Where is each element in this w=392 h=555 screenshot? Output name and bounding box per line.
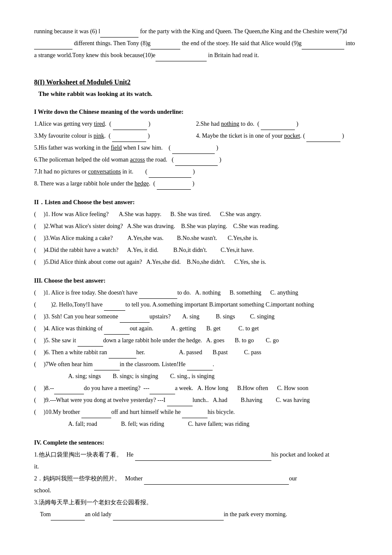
item-3-7-options: A. sing; sings B. sings; is singing C. s… <box>34 370 358 382</box>
item-4-3-english: Toman old lady in the park every morning… <box>34 509 358 520</box>
worksheet-title: 8(I) Worksheet of Module6 Unit2 <box>34 78 358 86</box>
section2-title: II．Listen and Choose the best answer: <box>34 197 358 208</box>
section-4: IV. Complete the sentences: 1.他从口袋里掏出一块表… <box>34 437 358 520</box>
worksheet-subtitle: The white rabbit was looking at its watc… <box>34 90 358 98</box>
underline-nothing: nothing <box>221 121 239 127</box>
item-4-1-cont: it. <box>34 461 358 473</box>
title-text: 8(I) Worksheet of Module6 Unit2 <box>34 79 130 86</box>
item-4-2: 2．妈妈叫我照一些学校的照片。 Mother our <box>34 473 358 485</box>
item-3-8: ( )8.--do you have a meeting? ---a week.… <box>34 382 358 394</box>
item-1-3: 3.My favourite colour is pink. ( ) <box>34 130 196 142</box>
item-2-3: ( )3.Was Alice making a cake? A.Yes,she … <box>34 232 358 244</box>
item-4-2-cont: school. <box>34 485 358 497</box>
item-1-7: 7.It had no pictures or conversations in… <box>34 166 358 178</box>
underline-tired: tired <box>94 121 105 127</box>
section-1: I Write down the Chinese meaning of the … <box>34 106 358 190</box>
section1-title: I Write down the Chinese meaning of the … <box>34 106 358 118</box>
section-2: II．Listen and Choose the best answer: ( … <box>34 197 358 268</box>
underline-hedge: hedge <box>135 180 149 187</box>
section4-title: IV. Complete the sentences: <box>34 437 358 449</box>
item-3-3: ( )3. Ssh! Can you hear someone upstairs… <box>34 311 358 323</box>
item-1-6: 6.The policeman helped the old woman acr… <box>34 154 358 166</box>
item-1-1: 1.Alice was getting very tired. ( ) <box>34 118 196 130</box>
item-2-2: ( )2.What was Alice's sister doing? A.Sh… <box>34 220 358 232</box>
subtitle-text: The white rabbit was looking at its watc… <box>38 90 153 97</box>
item-3-2: ( )2. Hello,Tony!I have to tell you. A.s… <box>34 299 358 311</box>
item-3-4: ( )4. Alice was thinking of out again. A… <box>34 323 358 335</box>
underline-conversations: conversations <box>88 168 121 175</box>
title-underline: 8(I) Worksheet of Module6 Unit2 <box>34 78 130 86</box>
item-1-5: 5.His father was working in the field wh… <box>34 142 358 154</box>
underline-pocket: pocket <box>284 133 300 139</box>
intro-line1: running because it was (6) l for the par… <box>34 26 358 61</box>
item-2-1: ( )1. How was Alice feeling? A.She was h… <box>34 208 358 220</box>
item-3-6: ( )6. Then a white rabbit ran her. A. pa… <box>34 347 358 358</box>
item-3-5: ( )5. She saw it down a large rabbit hol… <box>34 335 358 347</box>
item-1-4: 4. Maybe the ticket is in one of your po… <box>196 130 358 142</box>
item-1-8: 8. There was a large rabbit hole under t… <box>34 178 358 190</box>
intro-paragraph: running because it was (6) l for the par… <box>34 26 358 61</box>
underline-field: field <box>111 145 122 151</box>
item-3-10-options: A. fall; road B. fell; was riding C. hav… <box>34 418 358 430</box>
item-4-3-chinese: 3.汤姆每天早上看到一个老妇女在公园看报。 <box>34 497 358 509</box>
underline-across: across <box>130 156 145 163</box>
section3-title: III. Choose the best answer: <box>34 275 358 287</box>
item-4-1: 1.他从口袋里掏出一块表看了看。 He his pocket and looke… <box>34 449 358 461</box>
item-2-5: ( )5.Did Alice think about come out agai… <box>34 256 358 268</box>
item-3-9: ( )9.---What were you dong at twelve yes… <box>34 394 358 406</box>
item-2-4: ( )4.Did the rabbit have a watch? A.Yes,… <box>34 244 358 256</box>
section-3: III. Choose the best answer: ( )1. Alice… <box>34 275 358 430</box>
item-1-2: 2.She had nothing to do. ( ) <box>196 118 358 130</box>
worksheet-section: 8(I) Worksheet of Module6 Unit2 The whit… <box>34 78 358 520</box>
item-3-10: ( )10.My brother off and hurt himself wh… <box>34 406 358 418</box>
underline-pink: pink <box>94 133 104 139</box>
item-3-1: ( )1. Alice is free today. She doesn't h… <box>34 287 358 299</box>
item-3-7: ( )7We often hear him in the classroom. … <box>34 358 358 370</box>
